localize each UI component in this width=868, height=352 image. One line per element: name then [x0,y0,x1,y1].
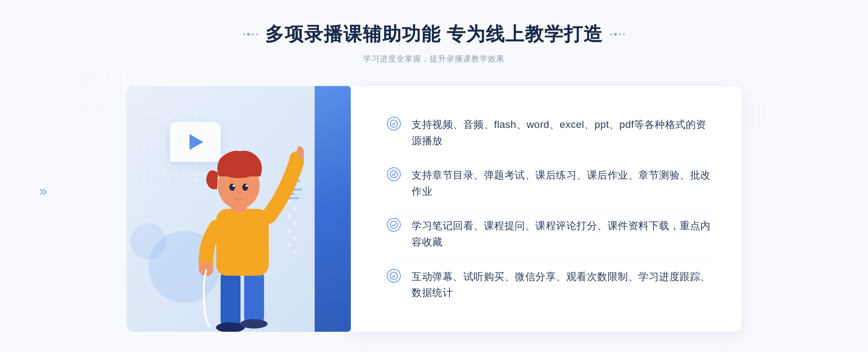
check-icon-1 [387,117,401,130]
svg-point-25 [390,221,397,228]
svg-point-21 [288,243,291,247]
svg-point-22 [293,250,297,254]
chevron-left-decoration: » [39,183,47,199]
feature-text-1: 支持视频、音频、flash、word、excel、ppt、pdf等各种格式的资源… [412,117,712,149]
svg-point-17 [288,214,291,218]
header-dots-left [243,33,258,36]
feature-item-3: 学习笔记回看、课程提问、课程评论打分、课件资料下载，重点内容收藏 [387,210,712,258]
header-dots-right [610,33,625,36]
svg-point-14 [246,185,248,187]
character-illustration [174,129,304,332]
svg-point-11 [229,184,235,191]
feature-text-4: 互动弹幕、试听购买、微信分享、观看次数限制、学习进度跟踪、数据统计 [412,269,712,301]
blue-bar-decoration [315,86,351,332]
bg-dots-left [80,72,123,116]
svg-point-18 [293,222,297,225]
left-illustration-panel [127,86,351,332]
main-content: 支持视频、音频、flash、word、excel、ppt、pdf等各种格式的资源… [127,86,741,332]
feature-text-3: 学习笔记回看、课程提问、课程评论打分、课件资料下载，重点内容收藏 [412,218,712,250]
svg-rect-4 [216,209,269,276]
header-section: 多项录播课辅助功能 专为线上教学打造 学习进度全掌握，提升录播课教学效果 [243,22,625,64]
svg-point-12 [242,184,248,191]
svg-point-26 [390,272,397,279]
svg-point-16 [293,207,297,211]
right-features-panel: 支持视频、音频、flash、word、excel、ppt、pdf等各种格式的资源… [351,86,741,332]
check-icon-3 [387,218,401,232]
svg-point-13 [233,185,235,187]
svg-point-19 [288,229,291,232]
blue-circle-small [130,223,166,259]
svg-point-23 [390,120,397,127]
check-icon-2 [387,167,401,181]
svg-point-24 [390,171,397,178]
svg-rect-0 [221,270,241,328]
svg-rect-1 [244,270,264,325]
check-icon-4 [387,269,401,283]
feature-item-4: 互动弹幕、试听购买、微信分享、观看次数限制、学习进度跟踪、数据统计 [387,261,712,309]
svg-point-15 [288,200,291,203]
feature-item-1: 支持视频、音频、flash、word、excel、ppt、pdf等各种格式的资源… [387,110,712,156]
main-title: 多项录播课辅助功能 专为线上教学打造 [265,22,603,47]
sub-title: 学习进度全掌握，提升录播课教学效果 [243,53,625,64]
feature-item-2: 支持章节目录、弹题考试、课后练习、课后作业、章节测验、批改作业 [387,160,712,207]
feature-text-2: 支持章节目录、弹题考试、课后练习、课后作业、章节测验、批改作业 [412,167,712,200]
page-wrapper: » 多项录播课辅助功能 专为线上教学打造 学习进度全掌握，提升录播课教学效果 [0,0,868,352]
header-title-row: 多项录播课辅助功能 专为线上教学打造 [243,22,625,47]
svg-point-20 [293,236,297,240]
svg-point-3 [240,319,268,329]
